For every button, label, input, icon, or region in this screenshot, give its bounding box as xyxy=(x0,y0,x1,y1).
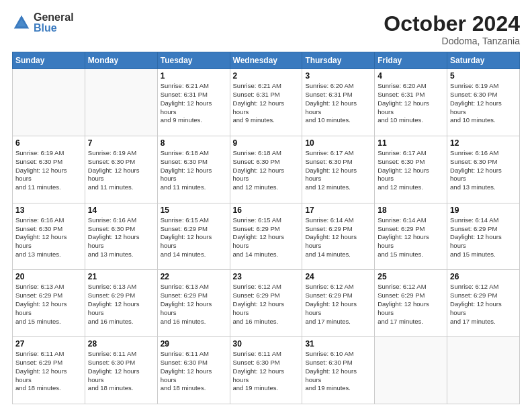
sunset-text: Sunset: 6:31 PM xyxy=(233,91,280,98)
daylight-text: Daylight: 12 hours hoursand 17 minutes. xyxy=(450,300,502,325)
daylight-text: Daylight: 12 hours hoursand 18 minutes. xyxy=(88,367,140,392)
calendar-cell: 2Sunrise: 6:21 AMSunset: 6:31 PMDaylight… xyxy=(230,69,302,136)
sunrise-text: Sunrise: 6:18 AM xyxy=(233,149,281,156)
daylight-text: Daylight: 12 hours hoursand 9 minutes. xyxy=(161,99,212,124)
sunset-text: Sunset: 6:31 PM xyxy=(305,91,352,98)
weekday-header-saturday: Saturday xyxy=(447,52,520,69)
logo-general-text: General xyxy=(34,12,74,23)
sunrise-text: Sunrise: 6:11 AM xyxy=(161,350,209,357)
calendar-cell: 3Sunrise: 6:20 AMSunset: 6:31 PMDaylight… xyxy=(302,69,375,136)
calendar-cell: 27Sunrise: 6:11 AMSunset: 6:29 PMDayligh… xyxy=(13,337,85,404)
weekday-header-tuesday: Tuesday xyxy=(157,52,230,69)
day-number: 9 xyxy=(233,138,300,148)
day-number: 20 xyxy=(15,272,82,281)
day-number: 29 xyxy=(161,339,227,349)
daylight-text: Daylight: 12 hours hoursand 11 minutes. xyxy=(88,167,140,191)
sunrise-text: Sunrise: 6:13 AM xyxy=(88,283,136,290)
day-info: Sunrise: 6:12 AMSunset: 6:29 PMDaylight:… xyxy=(233,283,300,326)
page: General Blue October 2024 Dodoma, Tanzan… xyxy=(0,0,532,411)
calendar-cell: 19Sunrise: 6:14 AMSunset: 6:29 PMDayligh… xyxy=(447,203,520,270)
day-number: 2 xyxy=(233,71,300,81)
calendar-cell: 6Sunrise: 6:19 AMSunset: 6:30 PMDaylight… xyxy=(13,136,85,203)
sunset-text: Sunset: 6:30 PM xyxy=(378,158,425,165)
day-number: 22 xyxy=(161,272,227,281)
day-info: Sunrise: 6:18 AMSunset: 6:30 PMDaylight:… xyxy=(161,149,227,192)
day-info: Sunrise: 6:14 AMSunset: 6:29 PMDaylight:… xyxy=(378,216,444,259)
day-info: Sunrise: 6:16 AMSunset: 6:30 PMDaylight:… xyxy=(88,216,154,259)
day-number: 23 xyxy=(233,272,300,281)
daylight-text: Daylight: 12 hours hoursand 13 minutes. xyxy=(88,233,140,258)
day-info: Sunrise: 6:15 AMSunset: 6:29 PMDaylight:… xyxy=(161,216,227,259)
day-info: Sunrise: 6:21 AMSunset: 6:31 PMDaylight:… xyxy=(233,82,300,125)
sunrise-text: Sunrise: 6:15 AM xyxy=(233,216,281,224)
sunrise-text: Sunrise: 6:13 AM xyxy=(15,283,64,290)
daylight-text: Daylight: 12 hours hoursand 12 minutes. xyxy=(378,167,429,191)
calendar-cell: 17Sunrise: 6:14 AMSunset: 6:29 PMDayligh… xyxy=(302,203,375,270)
sunrise-text: Sunrise: 6:20 AM xyxy=(305,82,353,89)
calendar-cell: 13Sunrise: 6:16 AMSunset: 6:30 PMDayligh… xyxy=(13,203,85,270)
logo-blue-text: Blue xyxy=(34,23,74,34)
calendar-cell: 8Sunrise: 6:18 AMSunset: 6:30 PMDaylight… xyxy=(157,136,230,203)
day-number: 14 xyxy=(88,205,154,215)
day-info: Sunrise: 6:12 AMSunset: 6:29 PMDaylight:… xyxy=(305,283,371,326)
sunset-text: Sunset: 6:29 PM xyxy=(161,225,208,232)
calendar-cell: 1Sunrise: 6:21 AMSunset: 6:31 PMDaylight… xyxy=(157,69,230,136)
day-info: Sunrise: 6:11 AMSunset: 6:30 PMDaylight:… xyxy=(88,350,154,393)
sunset-text: Sunset: 6:30 PM xyxy=(161,359,208,366)
sunset-text: Sunset: 6:30 PM xyxy=(233,158,280,165)
sunrise-text: Sunrise: 6:14 AM xyxy=(450,216,498,224)
header: General Blue October 2024 Dodoma, Tanzan… xyxy=(12,12,520,46)
day-info: Sunrise: 6:12 AMSunset: 6:29 PMDaylight:… xyxy=(450,283,517,326)
day-number: 26 xyxy=(450,272,517,281)
sunrise-text: Sunrise: 6:12 AM xyxy=(378,283,426,290)
sunset-text: Sunset: 6:29 PM xyxy=(305,291,352,299)
calendar-cell: 22Sunrise: 6:13 AMSunset: 6:29 PMDayligh… xyxy=(157,270,230,337)
day-info: Sunrise: 6:15 AMSunset: 6:29 PMDaylight:… xyxy=(233,216,300,259)
sunset-text: Sunset: 6:30 PM xyxy=(305,158,352,165)
sunrise-text: Sunrise: 6:17 AM xyxy=(378,149,426,156)
sunset-text: Sunset: 6:29 PM xyxy=(15,359,62,366)
daylight-text: Daylight: 12 hours hoursand 13 minutes. xyxy=(450,167,502,191)
weekday-header-sunday: Sunday xyxy=(13,52,85,69)
day-number: 13 xyxy=(15,205,82,215)
day-info: Sunrise: 6:14 AMSunset: 6:29 PMDaylight:… xyxy=(305,216,371,259)
month-title: October 2024 xyxy=(384,12,520,36)
day-number: 18 xyxy=(378,205,444,215)
calendar-cell: 29Sunrise: 6:11 AMSunset: 6:30 PMDayligh… xyxy=(157,337,230,404)
sunrise-text: Sunrise: 6:11 AM xyxy=(15,350,64,357)
calendar-cell: 28Sunrise: 6:11 AMSunset: 6:30 PMDayligh… xyxy=(85,337,157,404)
logo-text: General Blue xyxy=(34,12,74,34)
logo: General Blue xyxy=(12,12,74,34)
sunrise-text: Sunrise: 6:10 AM xyxy=(305,350,353,357)
sunset-text: Sunset: 6:29 PM xyxy=(378,225,425,232)
day-info: Sunrise: 6:20 AMSunset: 6:31 PMDaylight:… xyxy=(378,82,444,125)
day-info: Sunrise: 6:18 AMSunset: 6:30 PMDaylight:… xyxy=(233,149,300,192)
daylight-text: Daylight: 12 hours hoursand 10 minutes. xyxy=(378,99,429,124)
sunrise-text: Sunrise: 6:18 AM xyxy=(161,149,209,156)
day-info: Sunrise: 6:13 AMSunset: 6:29 PMDaylight:… xyxy=(161,283,227,326)
daylight-text: Daylight: 12 hours hoursand 12 minutes. xyxy=(233,167,285,191)
calendar-cell: 24Sunrise: 6:12 AMSunset: 6:29 PMDayligh… xyxy=(302,270,375,337)
sunrise-text: Sunrise: 6:21 AM xyxy=(161,82,209,89)
location: Dodoma, Tanzania xyxy=(384,36,520,46)
sunset-text: Sunset: 6:30 PM xyxy=(15,225,62,232)
daylight-text: Daylight: 12 hours hoursand 18 minutes. xyxy=(161,367,212,392)
day-number: 8 xyxy=(161,138,227,148)
calendar-cell: 31Sunrise: 6:10 AMSunset: 6:30 PMDayligh… xyxy=(302,337,375,404)
daylight-text: Daylight: 12 hours hoursand 9 minutes. xyxy=(233,99,285,124)
calendar-cell: 18Sunrise: 6:14 AMSunset: 6:29 PMDayligh… xyxy=(375,203,447,270)
sunset-text: Sunset: 6:29 PM xyxy=(233,291,280,299)
calendar-cell xyxy=(447,337,520,404)
weekday-header-wednesday: Wednesday xyxy=(230,52,302,69)
sunset-text: Sunset: 6:31 PM xyxy=(378,91,425,98)
calendar-cell: 12Sunrise: 6:16 AMSunset: 6:30 PMDayligh… xyxy=(447,136,520,203)
day-info: Sunrise: 6:10 AMSunset: 6:30 PMDaylight:… xyxy=(305,350,371,393)
calendar-row-5: 27Sunrise: 6:11 AMSunset: 6:29 PMDayligh… xyxy=(13,337,520,404)
day-number: 28 xyxy=(88,339,154,349)
calendar-cell: 7Sunrise: 6:19 AMSunset: 6:30 PMDaylight… xyxy=(85,136,157,203)
weekday-header-row: SundayMondayTuesdayWednesdayThursdayFrid… xyxy=(13,52,520,69)
weekday-header-monday: Monday xyxy=(85,52,157,69)
sunrise-text: Sunrise: 6:13 AM xyxy=(161,283,209,290)
calendar-cell: 14Sunrise: 6:16 AMSunset: 6:30 PMDayligh… xyxy=(85,203,157,270)
calendar-row-2: 6Sunrise: 6:19 AMSunset: 6:30 PMDaylight… xyxy=(13,136,520,203)
